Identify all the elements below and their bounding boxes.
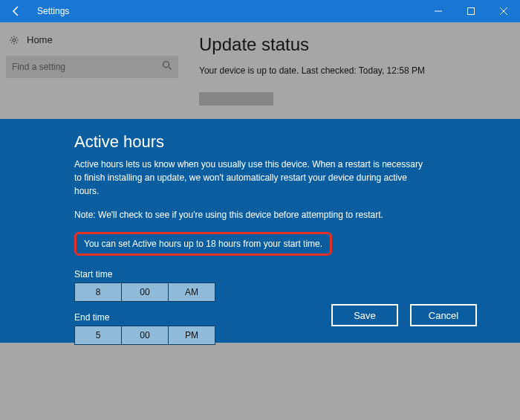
dialog-description: Active hours lets us know when you usual… (74, 158, 431, 198)
dialog-title: Active hours (74, 132, 446, 152)
window-controls (422, 0, 520, 22)
end-time-picker[interactable]: 5 00 PM (74, 326, 215, 345)
end-hour[interactable]: 5 (75, 326, 122, 344)
back-button[interactable] (0, 0, 33, 22)
maximize-button[interactable] (455, 0, 487, 22)
minimize-button[interactable] (422, 0, 455, 22)
start-minute[interactable]: 00 (122, 283, 169, 301)
dialog-note: Note: We'll check to see if you're using… (74, 208, 431, 222)
dialog-highlight: You can set Active hours up to 18 hours … (74, 232, 332, 256)
dialog-buttons: Save Cancel (331, 304, 477, 326)
cancel-button[interactable]: Cancel (410, 304, 477, 326)
save-button[interactable]: Save (331, 304, 398, 326)
close-icon (500, 7, 507, 15)
app-title: Settings (33, 6, 422, 16)
close-button[interactable] (487, 0, 520, 22)
start-hour[interactable]: 8 (75, 283, 122, 301)
maximize-icon (467, 7, 475, 15)
page-body: Home Update status Your device is up to … (0, 22, 520, 420)
title-bar: Settings (0, 0, 520, 22)
end-minute[interactable]: 00 (122, 326, 169, 344)
start-time-label: Start time (74, 269, 446, 280)
start-ampm[interactable]: AM (169, 283, 215, 301)
minimize-icon (435, 7, 442, 15)
active-hours-dialog: Active hours Active hours lets us know w… (0, 119, 520, 343)
svg-rect-0 (468, 8, 475, 15)
arrow-left-icon (10, 5, 22, 17)
start-time-picker[interactable]: 8 00 AM (74, 282, 215, 302)
end-ampm[interactable]: PM (169, 326, 215, 344)
